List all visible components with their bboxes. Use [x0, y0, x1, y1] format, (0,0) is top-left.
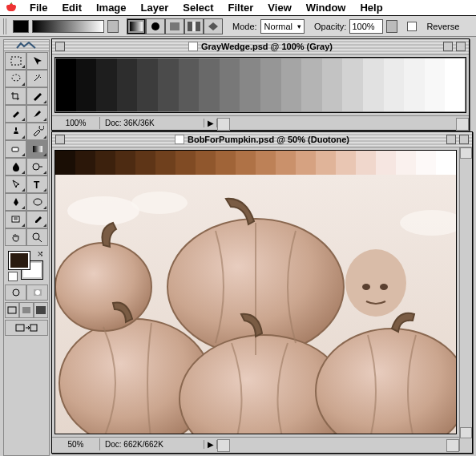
svg-text:T: T [34, 180, 40, 190]
quick-mask-button[interactable] [26, 284, 48, 301]
tool-lasso[interactable] [5, 70, 26, 87]
svg-rect-19 [22, 307, 30, 313]
zoom-field[interactable]: 100% [52, 117, 100, 129]
svg-rect-22 [30, 325, 37, 331]
svg-rect-6 [11, 57, 21, 65]
default-colors-icon[interactable] [8, 272, 18, 281]
opacity-value: 100% [352, 22, 374, 31]
window-pumpkin: BobForPumpkin.psd @ 50% (Duotone) [51, 131, 473, 454]
menu-file[interactable]: File [22, 0, 54, 15]
h-scrollbar[interactable] [217, 118, 469, 129]
status-menu-arrow[interactable]: ▶ [204, 440, 217, 449]
toolbox: T ⤭ [3, 39, 50, 456]
tool-notes[interactable] [5, 211, 26, 228]
status-bar: 100% Doc: 36K/36K ▶ [52, 115, 469, 130]
reflected-gradient-button[interactable] [184, 18, 204, 34]
mode-value: Normal [264, 22, 292, 31]
gradient-picker-dropdown[interactable] [107, 20, 119, 33]
svg-rect-0 [130, 22, 143, 31]
tool-magic-wand[interactable] [26, 70, 48, 87]
svg-point-27 [345, 249, 406, 317]
reverse-checkbox[interactable] [407, 22, 417, 31]
menu-edit[interactable]: Edit [54, 0, 89, 15]
foreground-color-well[interactable] [8, 251, 30, 270]
tool-clone-stamp[interactable] [5, 123, 26, 140]
tool-shape[interactable] [26, 193, 48, 211]
zoom-field[interactable]: 50% [52, 438, 100, 450]
collapse-button[interactable] [446, 135, 456, 144]
window-titlebar[interactable]: BobForPumpkin.psd @ 50% (Duotone) [52, 132, 472, 147]
tool-gradient[interactable] [26, 140, 48, 158]
tool-healing-brush[interactable] [5, 105, 26, 123]
tool-eyedropper[interactable] [26, 211, 48, 228]
menu-filter[interactable]: Filter [221, 0, 261, 15]
svg-rect-18 [8, 307, 16, 313]
gradient-swatch[interactable] [13, 20, 29, 33]
tool-zoom[interactable] [26, 228, 48, 246]
menu-help[interactable]: Help [353, 0, 389, 15]
tool-rectangular-marquee[interactable] [5, 52, 26, 70]
diamond-gradient-button[interactable] [204, 18, 223, 34]
tool-path-selection[interactable] [5, 176, 26, 193]
standard-mode-button[interactable] [5, 284, 26, 301]
menu-view[interactable]: View [260, 0, 298, 15]
angle-gradient-button[interactable] [165, 18, 184, 34]
opacity-dropdown[interactable] [386, 20, 397, 33]
tool-dodge[interactable] [26, 158, 48, 176]
tool-history-brush[interactable] [26, 123, 48, 140]
jump-to-imageready-button[interactable] [5, 320, 48, 336]
resize-grip[interactable] [459, 438, 472, 451]
canvas-graywedge[interactable] [54, 57, 466, 113]
menu-window[interactable]: Window [299, 0, 353, 15]
mode-select[interactable]: Normal [260, 19, 305, 34]
scroll-up-arrow[interactable] [460, 147, 472, 159]
zoom-button[interactable] [456, 42, 466, 51]
status-menu-arrow[interactable]: ▶ [204, 119, 217, 127]
gradient-preview[interactable] [32, 20, 104, 33]
radial-gradient-button[interactable] [146, 18, 165, 34]
svg-point-17 [35, 290, 40, 295]
svg-point-29 [380, 284, 388, 290]
h-scrollbar[interactable] [217, 439, 459, 450]
tool-hand[interactable] [5, 228, 26, 246]
svg-rect-20 [36, 306, 46, 314]
menu-layer[interactable]: Layer [134, 0, 176, 15]
apple-menu-icon[interactable] [5, 2, 18, 14]
menubar: File Edit Image Layer Select Filter View… [0, 0, 476, 16]
linear-gradient-button[interactable] [127, 18, 146, 34]
tool-eraser[interactable] [5, 140, 26, 158]
tool-move[interactable] [26, 52, 48, 70]
collapse-button[interactable] [443, 42, 453, 51]
window-titlebar[interactable]: GrayWedge.psd @ 100% (Gray) [52, 39, 469, 54]
status-bar: 50% Doc: 662K/662K ▶ [52, 437, 472, 451]
window-graywedge: GrayWedge.psd @ 100% (Gray) 100% Doc: 36… [51, 38, 470, 131]
v-scrollbar[interactable] [459, 147, 472, 438]
tool-pen[interactable] [5, 193, 26, 211]
tool-type[interactable]: T [26, 176, 48, 193]
screen-full-button[interactable] [34, 302, 48, 318]
tool-crop[interactable] [5, 87, 26, 105]
svg-point-24 [67, 196, 139, 225]
menu-select[interactable]: Select [175, 0, 220, 15]
scroll-down-arrow[interactable] [460, 427, 472, 438]
toolbox-header[interactable] [4, 40, 49, 51]
options-grip[interactable] [3, 18, 8, 34]
screen-standard-button[interactable] [5, 302, 19, 318]
close-button[interactable] [55, 42, 65, 51]
swap-colors-icon[interactable]: ⤭ [37, 249, 43, 258]
svg-rect-2 [170, 22, 180, 30]
canvas-pumpkin[interactable] [54, 150, 457, 434]
opacity-input[interactable]: 100% [349, 19, 383, 34]
menu-image[interactable]: Image [89, 0, 134, 15]
color-wells: ⤭ [4, 247, 49, 284]
close-button[interactable] [55, 135, 65, 144]
tool-slice[interactable] [26, 87, 48, 105]
document-area: GrayWedge.psd @ 100% (Gray) 100% Doc: 36… [51, 37, 476, 456]
tool-blur[interactable] [5, 158, 26, 176]
screen-full-menubar-button[interactable] [19, 302, 34, 318]
docsize-field[interactable]: Doc: 662K/662K [100, 440, 204, 449]
pumpkin-image [55, 175, 456, 434]
docsize-field[interactable]: Doc: 36K/36K [100, 119, 204, 127]
zoom-button[interactable] [459, 135, 469, 144]
tool-brush[interactable] [26, 105, 48, 123]
